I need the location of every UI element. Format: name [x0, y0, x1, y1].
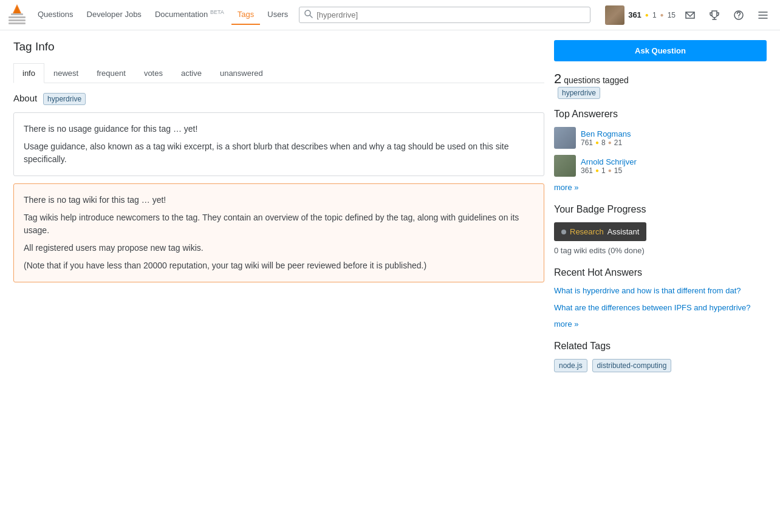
- gold-count-ben: 8: [601, 138, 606, 147]
- badge-progress-title: Your Badge Progress: [554, 204, 767, 215]
- search-input[interactable]: [hyperdrive]: [316, 10, 585, 19]
- nav-tags[interactable]: Tags: [231, 5, 260, 25]
- wiki-explanation: Tag wikis help introduce newcomers to th…: [24, 211, 534, 237]
- main-content: Tag Info info newest frequent votes acti…: [6, 30, 774, 398]
- gold-badge: ●: [645, 12, 649, 18]
- hot-answers-title: Recent Hot Answers: [554, 267, 767, 278]
- bronze-count-ben: 21: [614, 138, 622, 147]
- no-guidance-text: There is no usage guidance for this tag …: [24, 123, 534, 135]
- related-tags-title: Related Tags: [554, 341, 767, 352]
- answerer-name-arnold[interactable]: Arnold Schrijver: [581, 157, 637, 166]
- bronze-count-arnold: 15: [614, 166, 622, 175]
- about-section: About hyperdrive: [13, 93, 544, 105]
- guidance-explanation: Usage guidance, also known as a tag wiki…: [24, 140, 534, 166]
- answerer-info-arnold: Arnold Schrijver 361 ● 1 ● 15: [581, 157, 637, 175]
- answerer-avatar-ben: [554, 127, 576, 149]
- site-logo[interactable]: [7, 3, 27, 27]
- badge-research-label: Research: [570, 227, 604, 236]
- nav-developer-jobs[interactable]: Developer Jobs: [81, 5, 148, 25]
- about-label: About: [13, 93, 37, 103]
- answerer-row: Arnold Schrijver 361 ● 1 ● 15: [554, 155, 767, 177]
- sidebar: Ask Question 2 questions tagged hyperdri…: [554, 40, 767, 388]
- svg-rect-1: [9, 19, 26, 21]
- svg-rect-0: [9, 16, 26, 18]
- recent-hot-answers-section: Recent Hot Answers What is hyperdrive an…: [554, 267, 767, 329]
- questions-count: 2: [554, 71, 561, 86]
- gold-dot-arnold: ●: [595, 167, 599, 174]
- usage-guidance-box: There is no usage guidance for this tag …: [13, 112, 544, 176]
- questions-tagged-label: questions tagged: [564, 75, 629, 85]
- related-tag-nodejs[interactable]: node.js: [554, 359, 587, 372]
- badge-dot-icon: [561, 230, 566, 234]
- top-answerers-title: Top Answerers: [554, 109, 767, 120]
- hot-answer-link-2[interactable]: What are the differences between IPFS an…: [554, 302, 767, 313]
- answerer-info-ben: Ben Rogmans 761 ● 8 ● 21: [581, 129, 631, 147]
- answerer-rep-ben: 761: [581, 138, 593, 147]
- questions-count-section: 2 questions tagged hyperdrive: [554, 71, 767, 99]
- header-right: 361 ● 1 ● 15: [605, 5, 773, 25]
- propose-wiki-text: All registered users may propose new tag…: [24, 242, 534, 254]
- badge-progress-section: Your Badge Progress Research Assistant 0…: [554, 204, 767, 255]
- answerer-stats-ben: 761 ● 8 ● 21: [581, 138, 631, 147]
- bronze-count: 15: [668, 11, 676, 19]
- bronze-dot-arnold: ●: [608, 167, 612, 174]
- search-icon: [304, 10, 313, 20]
- tag-tabs: info newest frequent votes active unansw…: [13, 63, 544, 83]
- answerer-name-ben[interactable]: Ben Rogmans: [581, 129, 631, 138]
- tab-info[interactable]: info: [13, 63, 44, 83]
- answerer-rep-arnold: 361: [581, 166, 593, 175]
- wiki-note: (Note that if you have less than 20000 r…: [24, 259, 534, 272]
- tab-newest[interactable]: newest: [44, 63, 87, 83]
- answerer-row: Ben Rogmans 761 ● 8 ● 21: [554, 127, 767, 149]
- answerer-avatar-arnold: [554, 155, 576, 177]
- bronze-dot-ben: ●: [608, 139, 612, 146]
- more-hot-answers-link[interactable]: more »: [554, 319, 767, 329]
- badge-assistant-label: Assistant: [607, 227, 640, 236]
- user-profile[interactable]: 361 ● 1 ● 15: [605, 5, 676, 25]
- tab-frequent[interactable]: frequent: [87, 63, 135, 83]
- header: Questions Developer Jobs Documentation B…: [0, 0, 780, 30]
- answerer-stats-arnold: 361 ● 1 ● 15: [581, 166, 637, 175]
- tag-hyperdrive-pill[interactable]: hyperdrive: [43, 93, 86, 105]
- bronze-badge: ●: [660, 12, 664, 18]
- badge-progress-box: Research Assistant: [554, 222, 646, 241]
- nav-questions[interactable]: Questions: [32, 5, 80, 25]
- sidebar-tag-pill[interactable]: hyperdrive: [558, 87, 600, 99]
- ask-question-button[interactable]: Ask Question: [554, 40, 767, 61]
- related-tags-section: Related Tags node.js distributed-computi…: [554, 341, 767, 376]
- badge-progress-text: 0 tag wiki edits (0% done): [554, 246, 767, 255]
- user-reputation: 361: [628, 10, 641, 19]
- top-answerers-section: Top Answerers Ben Rogmans 761 ● 8 ● 21: [554, 109, 767, 192]
- tag-wiki-box: There is no tag wiki for this tag … yet!…: [13, 183, 544, 282]
- gold-dot-ben: ●: [595, 139, 599, 146]
- tab-votes[interactable]: votes: [135, 63, 172, 83]
- svg-rect-2: [9, 22, 26, 24]
- gold-count: 1: [652, 11, 657, 19]
- avatar: [605, 5, 624, 25]
- menu-icon[interactable]: [753, 5, 773, 25]
- help-icon[interactable]: [729, 5, 748, 25]
- tab-unanswered[interactable]: unanswered: [211, 63, 272, 83]
- svg-rect-3: [11, 13, 23, 15]
- hot-answer-link-1[interactable]: What is hyperdrive and how is that diffe…: [554, 285, 767, 296]
- more-answerers-link[interactable]: more »: [554, 183, 767, 192]
- nav-users[interactable]: Users: [261, 5, 294, 25]
- page-title: Tag Info: [13, 40, 544, 53]
- trophy-icon[interactable]: [705, 5, 724, 25]
- search-bar: [hyperdrive]: [299, 7, 590, 23]
- main-nav: Questions Developer Jobs Documentation B…: [32, 4, 294, 25]
- nav-documentation[interactable]: Documentation BETA: [149, 4, 230, 25]
- no-wiki-text: There is no tag wiki for this tag … yet!: [24, 194, 534, 206]
- tab-active[interactable]: active: [172, 63, 211, 83]
- related-tag-distributed-computing[interactable]: distributed-computing: [592, 359, 672, 372]
- main-column: Tag Info info newest frequent votes acti…: [13, 40, 544, 388]
- inbox-icon[interactable]: [680, 5, 700, 25]
- svg-point-5: [738, 17, 739, 18]
- gold-count-arnold: 1: [601, 166, 606, 175]
